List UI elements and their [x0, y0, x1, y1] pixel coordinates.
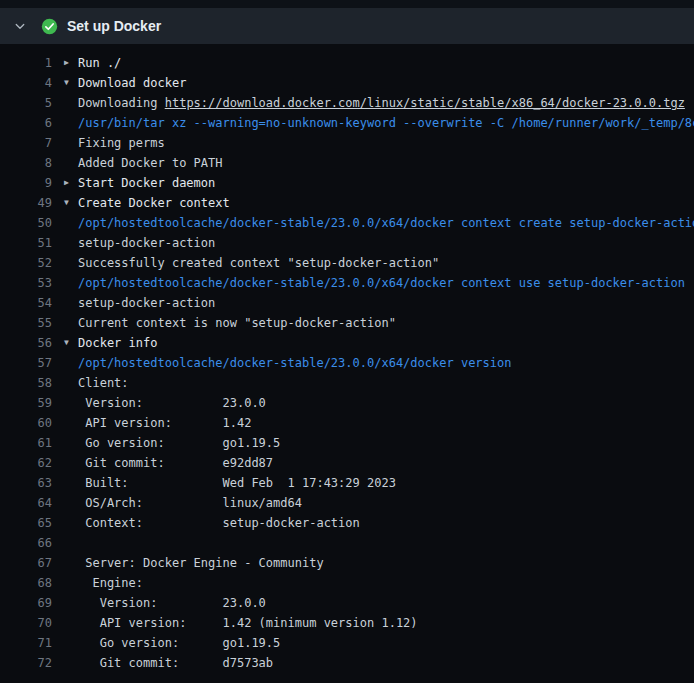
log-text: Downloading https://download.docker.com/…	[78, 93, 685, 113]
line-number[interactable]: 56	[0, 333, 52, 353]
line-number[interactable]: 66	[0, 533, 52, 553]
line-number[interactable]: 67	[0, 553, 52, 573]
log-text: Added Docker to PATH	[78, 153, 223, 173]
line-number[interactable]: 55	[0, 313, 52, 333]
log-row: 65 Context: setup-docker-action	[0, 513, 694, 533]
log-text: Successfully created context "setup-dock…	[78, 253, 439, 273]
line-number[interactable]: 1	[0, 53, 52, 73]
log-text: setup-docker-action	[78, 233, 215, 253]
log-row: 64 OS/Arch: linux/amd64	[0, 493, 694, 513]
arrow-spacer	[64, 493, 78, 513]
log-text: OS/Arch: linux/amd64	[78, 493, 302, 513]
log-text: Go version: go1.19.5	[78, 633, 280, 653]
arrow-spacer	[64, 293, 78, 313]
line-number[interactable]: 62	[0, 453, 52, 473]
log-text: Context: setup-docker-action	[78, 513, 360, 533]
arrow-spacer	[64, 553, 78, 573]
group-expanded-icon[interactable]: ▼	[64, 73, 78, 93]
line-number[interactable]: 71	[0, 633, 52, 653]
arrow-spacer	[64, 633, 78, 653]
line-number[interactable]: 59	[0, 393, 52, 413]
log-command: /usr/bin/tar xz --warning=no-unknown-key…	[78, 113, 694, 133]
log-row: 8Added Docker to PATH	[0, 153, 694, 173]
arrow-spacer	[64, 213, 78, 233]
line-number[interactable]: 4	[0, 73, 52, 93]
line-number[interactable]: 50	[0, 213, 52, 233]
log-text: Server: Docker Engine - Community	[78, 553, 324, 573]
log-row: 53/opt/hostedtoolcache/docker-stable/23.…	[0, 273, 694, 293]
arrow-spacer	[64, 413, 78, 433]
log-lines: 1▶Run ./4▼Download docker5Downloading ht…	[0, 44, 694, 683]
line-number[interactable]: 60	[0, 413, 52, 433]
line-number[interactable]: 9	[0, 173, 52, 193]
arrow-spacer	[64, 233, 78, 253]
log-row: 9▶Start Docker daemon	[0, 173, 694, 193]
log-text: Engine:	[78, 573, 143, 593]
log-row: 59 Version: 23.0.0	[0, 393, 694, 413]
line-number[interactable]: 51	[0, 233, 52, 253]
line-number[interactable]: 52	[0, 253, 52, 273]
group-title[interactable]: Download docker	[78, 73, 186, 93]
log-row: 72 Git commit: d7573ab	[0, 653, 694, 673]
line-number[interactable]: 63	[0, 473, 52, 493]
arrow-spacer	[64, 533, 78, 553]
group-title[interactable]: Create Docker context	[78, 193, 230, 213]
group-title[interactable]: Start Docker daemon	[78, 173, 215, 193]
log-command: /opt/hostedtoolcache/docker-stable/23.0.…	[78, 213, 694, 233]
group-expanded-icon[interactable]: ▼	[64, 333, 78, 353]
log-row: 7Fixing perms	[0, 133, 694, 153]
line-number[interactable]: 5	[0, 93, 52, 113]
line-number[interactable]: 58	[0, 373, 52, 393]
line-number[interactable]: 72	[0, 653, 52, 673]
line-number[interactable]: 65	[0, 513, 52, 533]
line-number[interactable]: 68	[0, 573, 52, 593]
line-number[interactable]: 61	[0, 433, 52, 453]
step-header[interactable]: Set up Docker	[0, 8, 694, 44]
log-row: 55Current context is now "setup-docker-a…	[0, 313, 694, 333]
log-text: Go version: go1.19.5	[78, 433, 280, 453]
line-number[interactable]: 70	[0, 613, 52, 633]
log-command: /opt/hostedtoolcache/docker-stable/23.0.…	[78, 273, 685, 293]
group-collapsed-icon[interactable]: ▶	[64, 173, 78, 193]
log-text: API version: 1.42 (minimum version 1.12)	[78, 613, 418, 633]
line-number[interactable]: 54	[0, 293, 52, 313]
arrow-spacer	[64, 453, 78, 473]
log-row: 4▼Download docker	[0, 73, 694, 93]
arrow-spacer	[64, 613, 78, 633]
log-row: 49▼Create Docker context	[0, 193, 694, 213]
log-text: Git commit: d7573ab	[78, 653, 273, 673]
log-row: 66	[0, 533, 694, 553]
log-row: 60 API version: 1.42	[0, 413, 694, 433]
line-number[interactable]: 64	[0, 493, 52, 513]
log-command: /opt/hostedtoolcache/docker-stable/23.0.…	[78, 353, 511, 373]
arrow-spacer	[64, 93, 78, 113]
log-link[interactable]: https://download.docker.com/linux/static…	[165, 96, 685, 110]
group-title[interactable]: Docker info	[78, 333, 157, 353]
log-row: 6/usr/bin/tar xz --warning=no-unknown-ke…	[0, 113, 694, 133]
group-expanded-icon[interactable]: ▼	[64, 193, 78, 213]
arrow-spacer	[64, 253, 78, 273]
line-number[interactable]: 69	[0, 593, 52, 613]
log-text: API version: 1.42	[78, 413, 251, 433]
arrow-spacer	[64, 153, 78, 173]
log-text: Version: 23.0.0	[78, 393, 266, 413]
log-text: Downloading	[78, 96, 165, 110]
arrow-spacer	[64, 133, 78, 153]
line-number[interactable]: 49	[0, 193, 52, 213]
line-number[interactable]: 6	[0, 113, 52, 133]
check-circle-icon	[41, 18, 58, 35]
log-row: 50/opt/hostedtoolcache/docker-stable/23.…	[0, 213, 694, 233]
line-number[interactable]: 57	[0, 353, 52, 373]
chevron-down-icon[interactable]	[14, 20, 26, 32]
line-number[interactable]: 8	[0, 153, 52, 173]
group-collapsed-icon[interactable]: ▶	[64, 53, 78, 73]
arrow-spacer	[64, 513, 78, 533]
arrow-spacer	[64, 373, 78, 393]
line-number[interactable]: 7	[0, 133, 52, 153]
log-row: 58Client:	[0, 373, 694, 393]
line-number[interactable]: 53	[0, 273, 52, 293]
log-row: 71 Go version: go1.19.5	[0, 633, 694, 653]
log-text: Fixing perms	[78, 133, 165, 153]
log-text: Current context is now "setup-docker-act…	[78, 313, 396, 333]
group-title[interactable]: Run ./	[78, 53, 121, 73]
